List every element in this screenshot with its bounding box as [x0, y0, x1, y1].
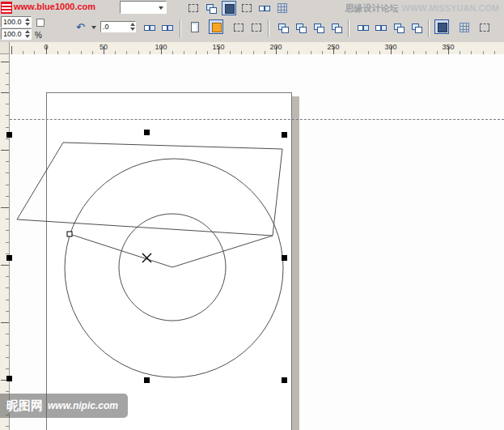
zoom-combo[interactable]: [120, 1, 167, 14]
snap-toggle-icon[interactable]: [222, 1, 236, 15]
scale-v-spinner[interactable]: [24, 29, 31, 39]
ruler-label: 100: [155, 43, 167, 51]
ruler-label: 200: [269, 43, 282, 51]
page-shadow: [292, 96, 299, 430]
undo-dropdown-icon[interactable]: [91, 26, 96, 29]
group-objects-icon[interactable]: [204, 1, 218, 15]
ruler-major-ticks: [1, 54, 9, 430]
nipic-url: www.nipic.com: [48, 400, 118, 411]
convert-to-curves-icon[interactable]: [477, 20, 492, 35]
combine-icon[interactable]: [276, 20, 290, 35]
divider: [180, 19, 181, 37]
back-minus-front-icon[interactable]: [392, 20, 406, 35]
divider: [348, 19, 349, 37]
page-setup-icon[interactable]: [188, 19, 202, 34]
percent-label: %: [35, 31, 42, 40]
vertical-ruler[interactable]: [0, 54, 10, 430]
outline-select-icon[interactable]: [239, 1, 254, 15]
selection-handle-bottom-center[interactable]: [144, 377, 150, 383]
property-bar: %: [0, 15, 504, 43]
to-back-icon[interactable]: [457, 20, 472, 35]
missyuan-en: WWW.MISSYUAN.COM: [402, 3, 499, 13]
ruler-origin[interactable]: [0, 42, 10, 54]
missyuan-cn: 思缘设计论坛: [345, 3, 399, 13]
selection-handle-top-right[interactable]: [282, 132, 287, 138]
ruler-label: 50: [100, 43, 108, 51]
divider: [268, 19, 269, 37]
ruler-label: 0: [44, 43, 48, 51]
mirror-vertical-icon[interactable]: [160, 20, 175, 35]
blue1000-watermark: www.blue1000.com: [14, 2, 95, 11]
nipic-name: 昵图网: [6, 398, 43, 414]
ruler-label: 250: [327, 43, 339, 51]
marquee-select-icon[interactable]: [186, 1, 201, 15]
treat-as-filled-icon[interactable]: [231, 20, 246, 35]
trim-icon[interactable]: [311, 20, 326, 35]
ruler-major-ticks: [10, 46, 504, 54]
undo-icon[interactable]: [74, 20, 89, 35]
mirror-horizontal-icon[interactable]: [142, 20, 157, 35]
selection-handle-mid-right[interactable]: [282, 255, 287, 261]
selection-handle-top-center[interactable]: [144, 130, 150, 135]
to-front-icon[interactable]: [434, 19, 449, 34]
divider: [428, 19, 430, 37]
rotation-spinner[interactable]: [129, 22, 136, 32]
nipic-watermark: 昵图网 www.nipic.com: [0, 394, 128, 418]
selection-handle-mid-left[interactable]: [6, 255, 12, 261]
create-boundary-icon[interactable]: [409, 20, 424, 35]
app-window: % 0 50 100 150 200 25: [0, 0, 504, 430]
selection-handle-bottom-left[interactable]: [6, 376, 12, 381]
horizontal-ruler[interactable]: 0 50 100 150 200 250 300 350: [10, 42, 504, 55]
ruler-label: 300: [384, 43, 396, 51]
bounding-box-icon[interactable]: [249, 20, 264, 35]
scale-lock-checkbox[interactable]: [36, 19, 44, 27]
scale-h-spinner[interactable]: [24, 17, 31, 27]
drawing-canvas[interactable]: [10, 54, 504, 430]
weld-icon[interactable]: [294, 20, 308, 35]
grid-icon[interactable]: [275, 1, 290, 15]
selection-handle-bottom-right[interactable]: [282, 377, 287, 383]
selection-handle-top-left[interactable]: [6, 132, 12, 138]
ruler-label: 150: [212, 43, 224, 51]
page: [46, 92, 292, 430]
ruler-label: 350: [442, 43, 454, 51]
blue1000-logo: [1, 2, 12, 14]
missyuan-watermark: 思缘设计论坛WWW.MISSYUAN.COM: [345, 2, 499, 15]
front-minus-back-icon[interactable]: [374, 20, 388, 35]
fill-color-icon[interactable]: [209, 19, 223, 34]
intersect-icon[interactable]: [329, 20, 344, 35]
guideline[interactable]: [10, 119, 504, 120]
simplify-icon[interactable]: [356, 20, 371, 35]
arrange-objects-icon[interactable]: [257, 1, 272, 15]
